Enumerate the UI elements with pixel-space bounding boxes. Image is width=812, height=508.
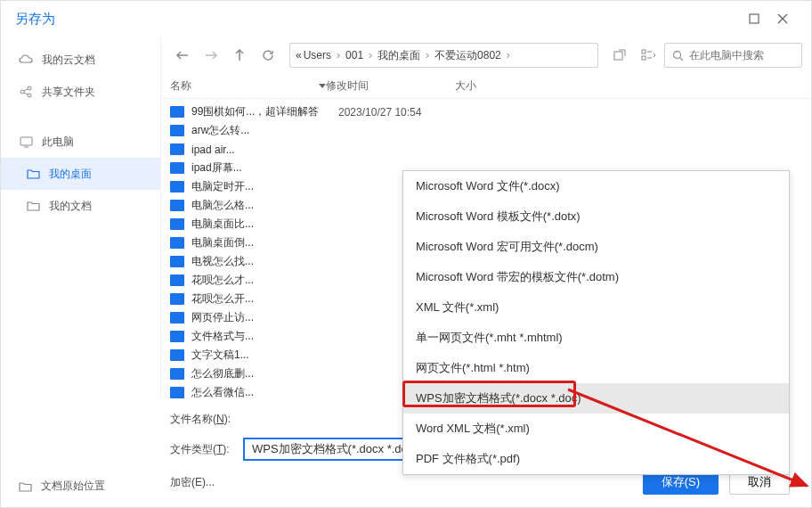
filetype-option[interactable]: PDF 文件格式(*.pdf) [403, 444, 789, 474]
svg-point-2 [28, 86, 31, 90]
folder-icon [170, 237, 184, 249]
back-button[interactable] [170, 43, 195, 68]
filetype-option[interactable]: Microsoft Word 带宏的模板文件(*.dotm) [403, 262, 789, 292]
view-button[interactable] [636, 43, 661, 68]
sort-icon [319, 84, 326, 89]
filetype-option[interactable]: Microsoft Word 宏可用文件(*.docm) [403, 232, 789, 262]
titlebar: 另存为 [1, 1, 811, 37]
svg-rect-6 [642, 50, 646, 53]
bc-item[interactable]: 我的桌面 [378, 48, 420, 63]
folder-icon [170, 181, 184, 193]
search-box[interactable] [664, 43, 802, 68]
filetype-label: 文件类型(T): [170, 442, 234, 457]
column-name[interactable]: 名称 [170, 78, 326, 94]
cloud-icon [19, 53, 33, 67]
filetype-option[interactable]: 单一网页文件(*.mht *.mhtml) [403, 323, 789, 353]
folder-icon [170, 387, 184, 398]
folder-icon [170, 218, 184, 230]
bc-prefix: « [296, 49, 302, 61]
bc-item[interactable]: 001 [345, 49, 363, 61]
folder-icon [170, 293, 184, 305]
refresh-button[interactable] [256, 43, 280, 68]
folder-icon [170, 162, 184, 174]
sidebar-original-location[interactable]: 文档原始位置 [41, 479, 105, 494]
computer-icon [19, 135, 33, 149]
newwindow-button[interactable] [607, 43, 632, 68]
dialog-title: 另存为 [15, 11, 55, 28]
folder-icon [170, 312, 184, 324]
folder-icon [170, 106, 184, 118]
share-icon [19, 85, 33, 99]
up-button[interactable] [227, 43, 252, 68]
search-icon [672, 50, 684, 61]
filetype-dropdown: Microsoft Word 文件(*.docx)Microsoft Word … [402, 170, 790, 475]
svg-rect-4 [20, 137, 32, 145]
sidebar: 我的云文档 共享文件夹 此电脑 我的桌面 我的文档 [1, 37, 161, 398]
column-date[interactable]: 修改时间 [326, 78, 455, 94]
search-input[interactable] [689, 49, 794, 61]
folder-icon [170, 274, 184, 286]
filetype-option[interactable]: Word XML 文档(*.xml) [403, 414, 789, 444]
folder-icon [170, 331, 184, 342]
bc-item[interactable]: 不爱运动0802 [434, 48, 501, 63]
folder-icon [170, 200, 184, 211]
folder-icon [26, 199, 40, 213]
filetype-option[interactable]: Microsoft Word 模板文件(*.dotx) [403, 201, 789, 232]
svg-rect-7 [642, 56, 646, 60]
bc-item[interactable]: Users [304, 49, 331, 61]
filetype-option[interactable]: XML 文件(*.xml) [403, 292, 789, 323]
folder-icon [26, 167, 40, 181]
svg-point-1 [20, 90, 24, 94]
file-row[interactable]: arw怎么转... [161, 121, 811, 140]
sidebar-desktop[interactable]: 我的桌面 [1, 158, 160, 190]
close-button[interactable] [768, 4, 797, 33]
folder-icon [170, 256, 184, 267]
filetype-option[interactable]: WPS加密文档格式(*.docx *.doc) [403, 383, 789, 414]
file-row[interactable]: ipad air... [161, 140, 811, 159]
main-area: « Users› 001› 我的桌面› 不爱运动0802› 名称 修改时间 大小 [161, 37, 811, 398]
filetype-option[interactable]: 网页文件(*.html *.htm) [403, 353, 789, 383]
folder-icon [170, 143, 184, 155]
folder-icon [170, 368, 184, 380]
column-headers: 名称 修改时间 大小 [161, 74, 811, 99]
folder-icon [170, 349, 184, 361]
maximize-button[interactable] [740, 4, 768, 33]
sidebar-pc[interactable]: 此电脑 [1, 126, 160, 158]
folder-icon [18, 479, 32, 494]
filename-label: 文件名称(N): [170, 412, 234, 427]
svg-point-8 [674, 51, 681, 58]
svg-rect-0 [750, 14, 759, 23]
folder-icon [170, 125, 184, 136]
file-row[interactable]: 99围棋如何...，超详细解答2023/10/27 10:54 [161, 102, 811, 121]
encrypt-link[interactable]: 加密(E)... [170, 475, 215, 490]
toolbar: « Users› 001› 我的桌面› 不爱运动0802› [161, 37, 811, 74]
breadcrumb[interactable]: « Users› 001› 我的桌面› 不爱运动0802› [289, 43, 598, 68]
sidebar-share[interactable]: 共享文件夹 [1, 76, 160, 108]
sidebar-cloud[interactable]: 我的云文档 [1, 44, 160, 76]
svg-point-3 [28, 94, 31, 97]
sidebar-docs[interactable]: 我的文档 [1, 190, 160, 222]
filetype-option[interactable]: Microsoft Word 文件(*.docx) [403, 171, 789, 201]
svg-rect-5 [614, 52, 622, 60]
forward-button[interactable] [199, 43, 223, 68]
column-size[interactable]: 大小 [455, 78, 802, 94]
